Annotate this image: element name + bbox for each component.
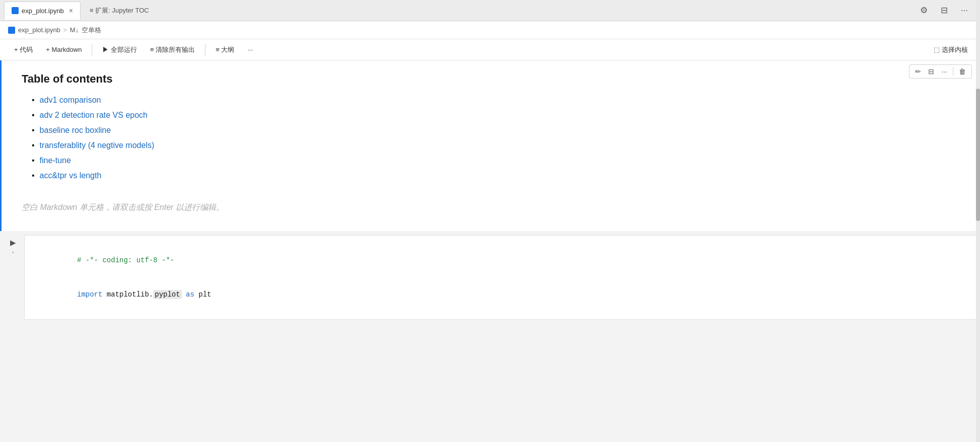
breadcrumb-cell-type: M↓ xyxy=(70,26,79,34)
select-kernel-button[interactable]: ⬚ 选择内核 xyxy=(930,43,972,57)
settings-button[interactable]: ⚙ xyxy=(918,3,930,18)
breadcrumb-separator: > xyxy=(63,27,67,34)
code-content: # -*- coding: utf-8 -*- import matplotli… xyxy=(25,236,979,319)
notebook-icon xyxy=(12,7,19,14)
run-all-button[interactable]: ▶ 全部运行 xyxy=(96,43,143,57)
add-code-button[interactable]: + 代码 xyxy=(8,43,39,57)
code-cell[interactable]: # -*- coding: utf-8 -*- import matplotli… xyxy=(24,235,980,320)
collapse-cell-button[interactable]: ˅ xyxy=(10,250,17,259)
code-alias-plt: plt xyxy=(194,290,212,299)
cell-run-indicator: ▶ ˅ xyxy=(0,231,24,259)
cell-tool-separator xyxy=(953,67,953,76)
list-item: adv 2 detection rate VS epoch xyxy=(22,111,960,120)
tab-filename: exp_plot.ipynb xyxy=(22,7,64,15)
add-markdown-button[interactable]: + Markdown xyxy=(40,43,88,56)
toc-link-6[interactable]: acc&tpr vs length xyxy=(40,171,102,180)
layout-button[interactable]: ⊟ xyxy=(939,3,950,18)
toc-link-2[interactable]: adv 2 detection rate VS epoch xyxy=(40,111,148,120)
more-toolbar-button[interactable]: ··· xyxy=(241,43,259,56)
list-item: fine-tune xyxy=(22,156,960,165)
delete-cell-button[interactable]: 🗑 xyxy=(956,66,968,77)
code-comment-1: # -*- coding: utf-8 -*- xyxy=(77,256,174,264)
cell-toolbar: ✏ ⊟ ··· 🗑 xyxy=(909,64,972,79)
code-line-2: import matplotlib.pyplot as plt xyxy=(35,277,969,311)
toc-link-4[interactable]: transferablity (4 negtive models) xyxy=(40,141,155,150)
scrollbar-track[interactable] xyxy=(976,0,980,442)
empty-markdown-hint: 空白 Markdown 单元格，请双击或按 Enter 以进行编辑。 xyxy=(22,196,960,219)
breadcrumb-filename: exp_plot.ipynb xyxy=(18,26,60,34)
run-cell-button[interactable]: ▶ xyxy=(8,237,18,248)
list-item: transferablity (4 negtive models) xyxy=(22,141,960,150)
breadcrumb-notebook-icon xyxy=(8,27,15,34)
more-options-button[interactable]: ··· xyxy=(959,4,970,18)
list-item: baseline roc boxline xyxy=(22,126,960,135)
breadcrumb-cell-label: 空单格 xyxy=(82,26,101,35)
toc-link-3[interactable]: baseline roc boxline xyxy=(40,126,111,135)
tab-exp-plot[interactable]: exp_plot.ipynb × xyxy=(4,2,81,20)
main-content: ✏ ⊟ ··· 🗑 Table of contents adv1 compari… xyxy=(0,60,980,442)
list-item: adv1 comparison xyxy=(22,96,960,105)
split-cell-button[interactable]: ⊟ xyxy=(926,66,937,77)
code-highlight-pyplot: pyplot xyxy=(153,290,181,299)
tab-secondary-label: ≡ 扩展: Jupyter TOC xyxy=(90,6,149,15)
code-cell-wrapper: ▶ ˅ # -*- coding: utf-8 -*- import matpl… xyxy=(0,231,980,324)
toc-list: adv1 comparison adv 2 detection rate VS … xyxy=(22,96,960,180)
code-line-1: # -*- coding: utf-8 -*- xyxy=(35,244,969,277)
toc-link-5[interactable]: fine-tune xyxy=(40,156,71,165)
clear-output-button[interactable]: ≡ 清除所有输出 xyxy=(144,43,201,57)
edit-cell-button[interactable]: ✏ xyxy=(913,66,924,77)
tab-bar-left: exp_plot.ipynb × ≡ 扩展: Jupyter TOC xyxy=(4,2,156,20)
list-item: acc&tpr vs length xyxy=(22,171,960,180)
toc-heading: Table of contents xyxy=(22,72,960,86)
toolbar-left: + 代码 + Markdown ▶ 全部运行 ≡ 清除所有输出 ≡ 大纲 ··· xyxy=(8,43,259,57)
close-tab-button[interactable]: × xyxy=(69,7,73,15)
code-keyword-import: import xyxy=(77,290,102,299)
scrollbar-thumb[interactable] xyxy=(976,89,980,221)
toolbar-separator-1 xyxy=(92,44,92,55)
notebook-toolbar: + 代码 + Markdown ▶ 全部运行 ≡ 清除所有输出 ≡ 大纲 ···… xyxy=(0,39,980,60)
breadcrumb-bar: exp_plot.ipynb > M↓ 空单格 xyxy=(0,21,980,39)
toolbar-right: ⬚ 选择内核 xyxy=(930,43,972,57)
more-cell-button[interactable]: ··· xyxy=(939,66,950,77)
markdown-toc-cell: ✏ ⊟ ··· 🗑 Table of contents adv1 compari… xyxy=(0,60,980,231)
outline-button[interactable]: ≡ 大纲 xyxy=(209,43,240,57)
tab-bar-right: ⚙ ⊟ ··· xyxy=(918,3,976,18)
code-keyword-as: as xyxy=(182,290,194,299)
toolbar-separator-2 xyxy=(205,44,205,55)
code-plain-matplotlib: matplotlib. xyxy=(102,290,153,299)
tab-bar: exp_plot.ipynb × ≡ 扩展: Jupyter TOC ⚙ ⊟ ·… xyxy=(0,0,980,21)
toc-link-1[interactable]: adv1 comparison xyxy=(40,96,101,105)
tab-jupyter-toc[interactable]: ≡ 扩展: Jupyter TOC xyxy=(83,3,156,18)
